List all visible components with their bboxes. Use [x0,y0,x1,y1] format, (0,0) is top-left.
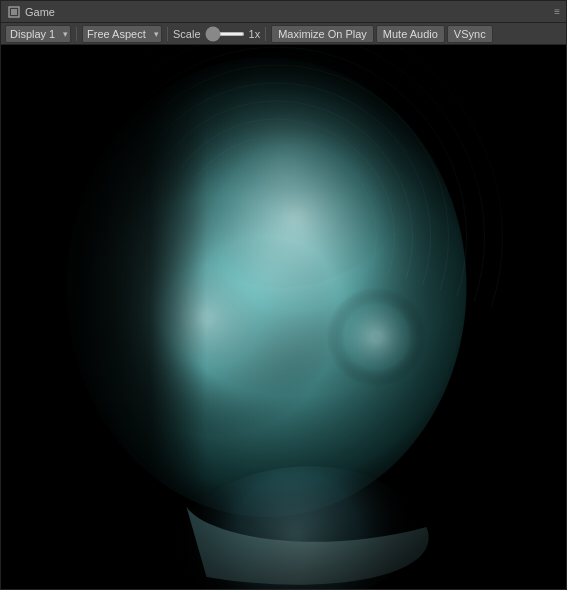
aspect-select-wrapper[interactable]: Free Aspect [82,25,162,43]
vsync-button[interactable]: VSync [447,25,493,43]
display-select-wrapper[interactable]: Display 1 [5,25,71,43]
window-title: Game [25,6,55,18]
game-viewport [1,45,566,589]
game-icon [7,5,21,19]
display-select[interactable]: Display 1 [5,25,71,43]
title-bar: Game ≡ [1,1,566,23]
mute-audio-button[interactable]: Mute Audio [376,25,445,43]
toolbar-divider-2 [167,27,168,41]
toolbar-divider-1 [76,27,77,41]
scale-value: 1x [249,28,261,40]
aspect-select[interactable]: Free Aspect [82,25,162,43]
scale-slider[interactable] [205,32,245,36]
xray-render [1,45,566,589]
scale-label: Scale [173,28,201,40]
scale-control: Scale 1x [173,28,260,40]
maximize-on-play-button[interactable]: Maximize On Play [271,25,374,43]
svg-rect-1 [11,9,17,15]
expand-icon[interactable]: ≡ [554,6,560,17]
unity-game-window: Game ≡ Display 1 Free Aspect Scale 1x Ma… [0,0,567,590]
toolbar-divider-3 [265,27,266,41]
game-canvas [1,45,566,589]
toolbar: Display 1 Free Aspect Scale 1x Maximize … [1,23,566,45]
